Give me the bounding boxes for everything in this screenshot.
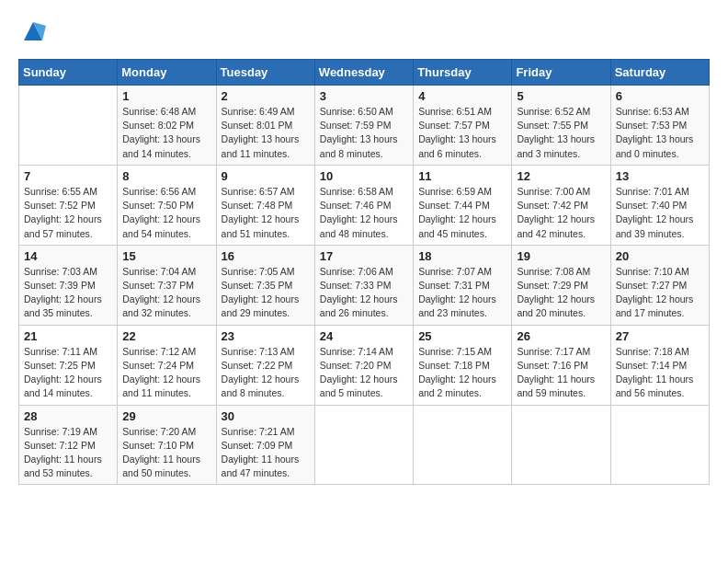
- day-number: 15: [122, 249, 210, 263]
- calendar-cell: 4Sunrise: 6:51 AM Sunset: 7:57 PM Daylig…: [414, 86, 512, 166]
- weekday-header: Saturday: [610, 60, 709, 86]
- calendar-cell: [414, 405, 512, 485]
- day-number: 20: [616, 249, 704, 263]
- calendar-cell: 8Sunrise: 6:56 AM Sunset: 7:50 PM Daylig…: [118, 165, 216, 245]
- calendar-week-row: 1Sunrise: 6:48 AM Sunset: 8:02 PM Daylig…: [19, 86, 710, 166]
- day-number: 16: [222, 249, 310, 263]
- day-info: Sunrise: 7:04 AM Sunset: 7:37 PM Dayligh…: [122, 265, 210, 321]
- calendar-cell: 24Sunrise: 7:14 AM Sunset: 7:20 PM Dayli…: [314, 325, 413, 405]
- weekday-header: Friday: [512, 60, 610, 86]
- day-info: Sunrise: 7:08 AM Sunset: 7:29 PM Dayligh…: [517, 265, 605, 321]
- day-info: Sunrise: 7:13 AM Sunset: 7:22 PM Dayligh…: [222, 345, 310, 401]
- weekday-header: Tuesday: [216, 60, 314, 86]
- day-info: Sunrise: 6:49 AM Sunset: 8:01 PM Dayligh…: [222, 105, 310, 161]
- calendar-cell: 21Sunrise: 7:11 AM Sunset: 7:25 PM Dayli…: [19, 325, 118, 405]
- calendar-cell: 20Sunrise: 7:10 AM Sunset: 7:27 PM Dayli…: [610, 245, 709, 325]
- day-info: Sunrise: 6:48 AM Sunset: 8:02 PM Dayligh…: [122, 105, 210, 161]
- day-number: 29: [122, 409, 210, 423]
- day-info: Sunrise: 6:56 AM Sunset: 7:50 PM Dayligh…: [122, 185, 210, 241]
- day-number: 1: [122, 89, 210, 103]
- calendar-cell: 12Sunrise: 7:00 AM Sunset: 7:42 PM Dayli…: [512, 165, 610, 245]
- day-info: Sunrise: 6:59 AM Sunset: 7:44 PM Dayligh…: [418, 185, 506, 241]
- day-info: Sunrise: 6:52 AM Sunset: 7:55 PM Dayligh…: [517, 105, 605, 161]
- day-number: 13: [616, 169, 704, 183]
- day-info: Sunrise: 7:00 AM Sunset: 7:42 PM Dayligh…: [517, 185, 605, 241]
- calendar-cell: [19, 86, 118, 166]
- calendar-cell: 6Sunrise: 6:53 AM Sunset: 7:53 PM Daylig…: [610, 86, 709, 166]
- calendar-week-row: 21Sunrise: 7:11 AM Sunset: 7:25 PM Dayli…: [19, 325, 710, 405]
- day-number: 19: [517, 249, 605, 263]
- logo: [18, 18, 46, 44]
- day-info: Sunrise: 7:19 AM Sunset: 7:12 PM Dayligh…: [24, 425, 112, 481]
- calendar-cell: 17Sunrise: 7:06 AM Sunset: 7:33 PM Dayli…: [314, 245, 413, 325]
- calendar-week-row: 14Sunrise: 7:03 AM Sunset: 7:39 PM Dayli…: [19, 245, 710, 325]
- calendar-cell: 19Sunrise: 7:08 AM Sunset: 7:29 PM Dayli…: [512, 245, 610, 325]
- logo-icon: [20, 18, 46, 44]
- weekday-header: Monday: [118, 60, 216, 86]
- calendar-cell: 10Sunrise: 6:58 AM Sunset: 7:46 PM Dayli…: [314, 165, 413, 245]
- day-number: 4: [418, 89, 506, 103]
- page-header: [18, 18, 710, 44]
- calendar-cell: [314, 405, 413, 485]
- day-number: 17: [320, 249, 408, 263]
- calendar-cell: 18Sunrise: 7:07 AM Sunset: 7:31 PM Dayli…: [414, 245, 512, 325]
- weekday-header: Thursday: [414, 60, 512, 86]
- calendar-week-row: 7Sunrise: 6:55 AM Sunset: 7:52 PM Daylig…: [19, 165, 710, 245]
- day-info: Sunrise: 7:11 AM Sunset: 7:25 PM Dayligh…: [24, 345, 112, 401]
- calendar-cell: 29Sunrise: 7:20 AM Sunset: 7:10 PM Dayli…: [118, 405, 216, 485]
- day-number: 18: [418, 249, 506, 263]
- day-number: 21: [24, 329, 112, 343]
- calendar-cell: 30Sunrise: 7:21 AM Sunset: 7:09 PM Dayli…: [216, 405, 314, 485]
- weekday-header: Sunday: [19, 60, 118, 86]
- calendar-cell: 25Sunrise: 7:15 AM Sunset: 7:18 PM Dayli…: [414, 325, 512, 405]
- calendar-cell: 13Sunrise: 7:01 AM Sunset: 7:40 PM Dayli…: [610, 165, 709, 245]
- day-number: 24: [320, 329, 408, 343]
- day-info: Sunrise: 6:57 AM Sunset: 7:48 PM Dayligh…: [222, 185, 310, 241]
- day-number: 9: [222, 169, 310, 183]
- day-info: Sunrise: 6:51 AM Sunset: 7:57 PM Dayligh…: [418, 105, 506, 161]
- calendar-cell: 2Sunrise: 6:49 AM Sunset: 8:01 PM Daylig…: [216, 86, 314, 166]
- day-info: Sunrise: 6:58 AM Sunset: 7:46 PM Dayligh…: [320, 185, 408, 241]
- calendar-cell: 1Sunrise: 6:48 AM Sunset: 8:02 PM Daylig…: [118, 86, 216, 166]
- day-info: Sunrise: 7:20 AM Sunset: 7:10 PM Dayligh…: [122, 425, 210, 481]
- day-info: Sunrise: 7:05 AM Sunset: 7:35 PM Dayligh…: [222, 265, 310, 321]
- day-number: 27: [616, 329, 704, 343]
- day-number: 12: [517, 169, 605, 183]
- calendar-cell: [610, 405, 709, 485]
- calendar-table: SundayMondayTuesdayWednesdayThursdayFrid…: [18, 59, 710, 485]
- day-info: Sunrise: 7:03 AM Sunset: 7:39 PM Dayligh…: [24, 265, 112, 321]
- day-number: 28: [24, 409, 112, 423]
- calendar-cell: 5Sunrise: 6:52 AM Sunset: 7:55 PM Daylig…: [512, 86, 610, 166]
- day-number: 3: [320, 89, 408, 103]
- day-info: Sunrise: 7:17 AM Sunset: 7:16 PM Dayligh…: [517, 345, 605, 401]
- day-info: Sunrise: 7:01 AM Sunset: 7:40 PM Dayligh…: [616, 185, 704, 241]
- day-info: Sunrise: 6:53 AM Sunset: 7:53 PM Dayligh…: [616, 105, 704, 161]
- calendar-header-row: SundayMondayTuesdayWednesdayThursdayFrid…: [19, 60, 710, 86]
- calendar-cell: 7Sunrise: 6:55 AM Sunset: 7:52 PM Daylig…: [19, 165, 118, 245]
- day-info: Sunrise: 7:10 AM Sunset: 7:27 PM Dayligh…: [616, 265, 704, 321]
- weekday-header: Wednesday: [314, 60, 413, 86]
- calendar-cell: 15Sunrise: 7:04 AM Sunset: 7:37 PM Dayli…: [118, 245, 216, 325]
- day-number: 26: [517, 329, 605, 343]
- calendar-cell: 28Sunrise: 7:19 AM Sunset: 7:12 PM Dayli…: [19, 405, 118, 485]
- day-info: Sunrise: 7:06 AM Sunset: 7:33 PM Dayligh…: [320, 265, 408, 321]
- day-info: Sunrise: 7:12 AM Sunset: 7:24 PM Dayligh…: [122, 345, 210, 401]
- calendar-cell: 9Sunrise: 6:57 AM Sunset: 7:48 PM Daylig…: [216, 165, 314, 245]
- day-info: Sunrise: 7:14 AM Sunset: 7:20 PM Dayligh…: [320, 345, 408, 401]
- day-number: 5: [517, 89, 605, 103]
- calendar-cell: 23Sunrise: 7:13 AM Sunset: 7:22 PM Dayli…: [216, 325, 314, 405]
- day-number: 25: [418, 329, 506, 343]
- day-number: 2: [222, 89, 310, 103]
- calendar-cell: 16Sunrise: 7:05 AM Sunset: 7:35 PM Dayli…: [216, 245, 314, 325]
- calendar-cell: [512, 405, 610, 485]
- day-number: 10: [320, 169, 408, 183]
- day-number: 23: [222, 329, 310, 343]
- day-number: 8: [122, 169, 210, 183]
- calendar-cell: 22Sunrise: 7:12 AM Sunset: 7:24 PM Dayli…: [118, 325, 216, 405]
- day-info: Sunrise: 7:18 AM Sunset: 7:14 PM Dayligh…: [616, 345, 704, 401]
- calendar-cell: 3Sunrise: 6:50 AM Sunset: 7:59 PM Daylig…: [314, 86, 413, 166]
- day-info: Sunrise: 6:55 AM Sunset: 7:52 PM Dayligh…: [24, 185, 112, 241]
- day-number: 30: [222, 409, 310, 423]
- day-number: 7: [24, 169, 112, 183]
- day-number: 6: [616, 89, 704, 103]
